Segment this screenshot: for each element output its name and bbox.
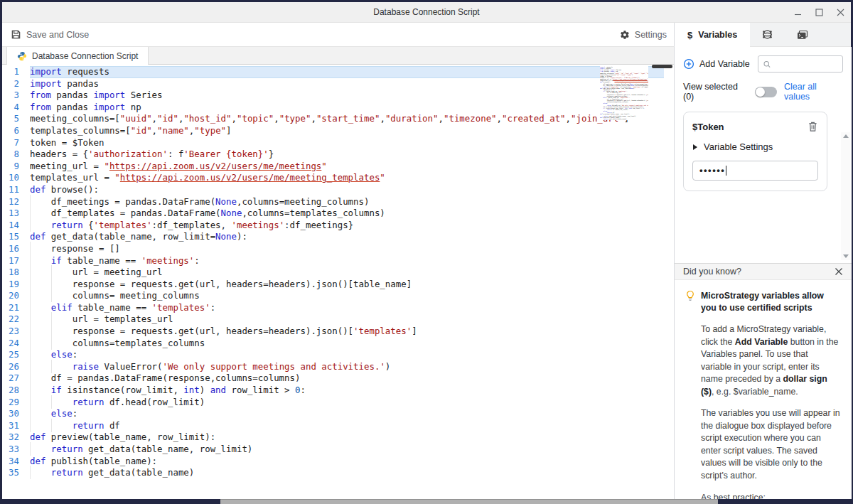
code-line[interactable]: return df	[30, 420, 674, 432]
variables-scrollbar[interactable]	[841, 132, 850, 260]
code-line[interactable]: df_meetings = pandas.DataFrame(None,colu…	[30, 196, 674, 208]
add-variable-button[interactable]: Add Variable	[683, 58, 750, 70]
code-area[interactable]: 1234567891011121314151617181920212223242…	[2, 65, 674, 499]
save-and-close-button[interactable]: Save and Close	[11, 29, 89, 40]
code-line[interactable]: elif table_name == 'templates':	[30, 302, 674, 314]
trash-icon[interactable]	[808, 121, 818, 132]
main-area: Database Connection Script 1234567891011…	[2, 47, 851, 499]
line-number: 15	[2, 231, 19, 243]
did-you-know-title: Did you know?	[683, 267, 741, 277]
code-line[interactable]: response = requests.get(url, headers=hea…	[30, 326, 674, 338]
code-line[interactable]: else:	[30, 408, 674, 420]
line-number: 11	[2, 184, 19, 196]
tab-packages[interactable]	[750, 23, 785, 46]
line-number: 35	[2, 467, 19, 479]
variable-settings-label: Variable Settings	[704, 141, 773, 152]
window-controls	[793, 2, 845, 22]
tab-console[interactable]	[785, 23, 820, 46]
code-lines[interactable]: import requestsimport pandasfrom pandas …	[23, 66, 674, 499]
tip-paragraph-2: The variables you use will appear in the…	[701, 407, 840, 482]
horizontal-scrollbar-thumb[interactable]	[220, 499, 718, 504]
gear-icon	[620, 30, 630, 40]
add-variable-label: Add Variable	[699, 59, 750, 69]
variables-panel-content: Add Variable View selected (0) Clear all…	[675, 47, 852, 263]
scroll-down-icon[interactable]	[843, 254, 849, 258]
variable-name: $Token	[692, 122, 724, 132]
code-line[interactable]: meeting_url = "https://api.zoom.us/v2/us…	[30, 161, 674, 173]
line-number: 3	[2, 90, 19, 102]
code-line[interactable]: from pandas import np	[30, 102, 674, 114]
line-number: 10	[2, 172, 19, 184]
view-selected-label: View selected (0)	[683, 82, 749, 102]
editor-scrollbar-thumb[interactable]	[652, 65, 672, 68]
code-line[interactable]: url = meeting_url	[30, 267, 674, 279]
maximize-button[interactable]	[814, 7, 824, 17]
code-line[interactable]: if isinstance(row_limit, int) and row_li…	[30, 385, 674, 397]
code-line[interactable]: token = $Token	[30, 137, 674, 149]
dollar-icon: $	[687, 30, 692, 41]
line-number: 9	[2, 161, 19, 173]
console-icon	[796, 29, 809, 41]
line-number: 20	[2, 290, 19, 302]
code-line[interactable]: def preview(table_name, row_limit):	[30, 431, 674, 444]
code-line[interactable]: meeting_columns=["uuid","id","host_id","…	[30, 113, 674, 125]
code-line[interactable]: response = requests.get(url, headers=hea…	[30, 279, 674, 291]
variables-panel: Add Variable View selected (0) Clear all…	[675, 47, 852, 499]
line-number: 4	[2, 102, 19, 114]
code-line[interactable]: templates_url = "https://api.zoom.us/v2/…	[30, 172, 674, 184]
code-line[interactable]: from pandas import Series	[30, 90, 674, 102]
variable-search-box[interactable]	[758, 55, 843, 73]
editor-tab-database-connection-script[interactable]: Database Connection Script	[6, 47, 149, 65]
scroll-up-icon[interactable]	[843, 134, 849, 138]
line-number: 16	[2, 243, 19, 255]
editor-tabstrip: Database Connection Script	[2, 47, 674, 65]
code-line[interactable]: return {'templates':df_templates, 'meeti…	[30, 220, 674, 232]
minimize-button[interactable]	[793, 7, 803, 17]
tip-paragraph-1: To add a MicroStrategy variable, click t…	[701, 323, 840, 398]
settings-button[interactable]: Settings	[620, 30, 667, 40]
code-line[interactable]: return get_data(table_name)	[30, 467, 674, 479]
save-and-close-label: Save and Close	[26, 30, 89, 40]
code-line[interactable]: def get_data(table_name, row_limit=None)…	[30, 231, 674, 243]
code-line[interactable]: def publish(table_name):	[30, 456, 674, 468]
line-number: 14	[2, 220, 19, 232]
toolbar-row: Save and Close Settings $ Variables	[2, 23, 851, 47]
code-line[interactable]: if table_name == 'meetings':	[30, 255, 674, 267]
save-icon	[11, 29, 21, 40]
minimap[interactable]: import requestsimport pandasfrom pandas …	[600, 66, 648, 120]
line-number: 2	[2, 78, 19, 90]
code-line[interactable]: import pandas	[30, 78, 674, 90]
tab-variables[interactable]: $ Variables	[675, 23, 750, 47]
view-selected-toggle[interactable]	[755, 87, 777, 97]
code-line[interactable]: headers = {'authorization': f'Bearer {to…	[30, 149, 674, 161]
code-line[interactable]: def browse():	[30, 184, 674, 196]
line-number: 32	[2, 431, 19, 444]
app-window: Database Connection Script Save and Clos…	[2, 2, 851, 499]
code-line[interactable]: columns=templates_columns	[30, 338, 674, 350]
code-line[interactable]: columns= meeting_columns	[30, 290, 674, 302]
window-titlebar: Database Connection Script	[2, 2, 851, 23]
line-number: 6	[2, 125, 19, 137]
line-number: 12	[2, 196, 19, 208]
code-line[interactable]: df_templates = pandas.DataFrame(None,col…	[30, 208, 674, 220]
code-line[interactable]: else:	[30, 349, 674, 361]
code-line[interactable]: return df.head(row_limit)	[30, 397, 674, 409]
code-line[interactable]: return get_data(table_name, row_limit)	[30, 444, 674, 456]
variable-search-input[interactable]	[774, 59, 838, 69]
close-button[interactable]	[835, 7, 845, 17]
caret-right-icon	[692, 144, 698, 151]
variable-settings-expander[interactable]: Variable Settings	[692, 141, 818, 152]
code-line[interactable]: import requests	[30, 66, 664, 78]
code-line[interactable]: templates_columns=["id","name","type"]	[30, 125, 674, 137]
code-line[interactable]: df = pandas.DataFrame(response,columns=c…	[30, 372, 674, 385]
code-line[interactable]: url = templates_url	[30, 313, 674, 326]
packages-icon	[761, 28, 773, 41]
variable-value-input[interactable]: ••••••	[692, 161, 818, 181]
code-line[interactable]: response = []	[30, 243, 674, 255]
line-number: 30	[2, 408, 19, 420]
text-cursor	[726, 166, 726, 176]
clear-all-values-link[interactable]: Clear all values	[784, 82, 843, 102]
code-line[interactable]: raise ValueError('We only support meetin…	[30, 361, 674, 373]
dismiss-icon[interactable]	[835, 267, 843, 276]
editor-tab-label: Database Connection Script	[32, 51, 138, 61]
